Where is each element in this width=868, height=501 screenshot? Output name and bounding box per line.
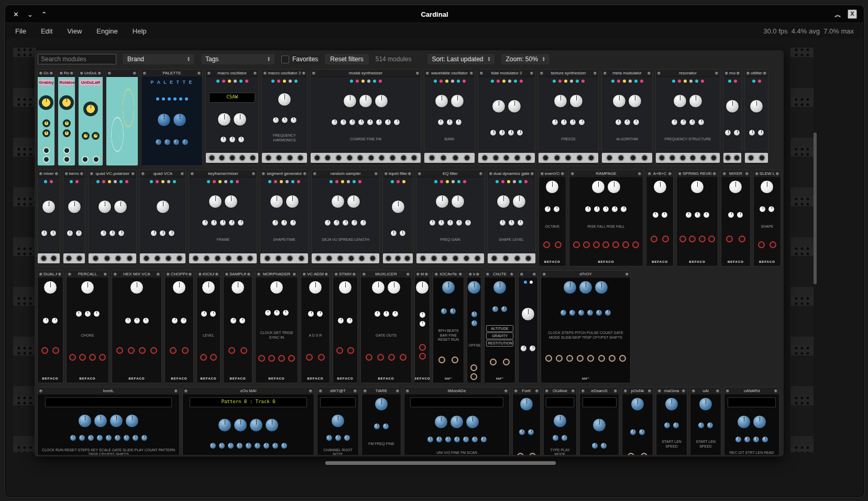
knob[interactable] xyxy=(159,230,166,237)
knob[interactable] xyxy=(98,200,112,214)
minimize-button[interactable]: ⌄ xyxy=(27,11,33,18)
knob[interactable] xyxy=(265,309,271,316)
knob[interactable] xyxy=(760,180,774,194)
jack-port[interactable] xyxy=(490,359,497,365)
knob[interactable] xyxy=(759,206,766,213)
module-tile-segment-generator[interactable]: segment generatorSHAPE/TIME xyxy=(260,170,309,266)
jack-port[interactable] xyxy=(419,344,426,351)
knob[interactable] xyxy=(63,119,71,127)
knob[interactable] xyxy=(465,219,471,226)
knob[interactable] xyxy=(595,281,608,294)
knob[interactable] xyxy=(454,436,460,443)
knob[interactable] xyxy=(373,423,380,430)
knob[interactable] xyxy=(435,94,448,108)
knob[interactable] xyxy=(367,119,373,126)
knob[interactable] xyxy=(290,219,296,226)
knob[interactable] xyxy=(220,136,227,143)
knob[interactable] xyxy=(114,200,127,214)
jack-port[interactable] xyxy=(438,357,445,363)
jack-port[interactable] xyxy=(298,255,305,262)
knob[interactable] xyxy=(123,435,130,441)
knob[interactable] xyxy=(349,119,356,126)
module-tile-quad-vc-polarizer[interactable]: quad VC-polarizer xyxy=(88,170,137,266)
knob[interactable] xyxy=(234,418,247,432)
knob[interactable] xyxy=(333,219,340,226)
jack-port[interactable] xyxy=(89,354,96,361)
knob[interactable] xyxy=(435,195,449,208)
knob[interactable] xyxy=(456,219,463,226)
jack-port[interactable] xyxy=(662,236,669,242)
knob[interactable] xyxy=(451,94,464,108)
jack-port[interactable] xyxy=(739,236,745,242)
knob[interactable] xyxy=(694,211,701,218)
jack-port[interactable] xyxy=(82,156,89,163)
knob[interactable] xyxy=(519,429,525,436)
knob[interactable] xyxy=(652,211,659,218)
jack-port[interactable] xyxy=(276,154,282,161)
knob[interactable] xyxy=(600,442,607,449)
jack-port[interactable] xyxy=(689,154,696,161)
jack-port[interactable] xyxy=(555,241,562,248)
knob[interactable] xyxy=(585,206,591,213)
module-tile-a-b-c[interactable]: A+B+CBEFACO xyxy=(646,170,674,266)
jack-port[interactable] xyxy=(218,154,225,161)
jack-port[interactable] xyxy=(514,255,521,262)
jack-port[interactable] xyxy=(264,255,271,262)
knob[interactable] xyxy=(501,306,508,313)
knob[interactable] xyxy=(42,200,56,214)
module-tile-sampling-modulator[interactable]: SAMPLING MODULATORBEFACO xyxy=(223,270,252,383)
jack-port[interactable] xyxy=(40,255,47,262)
jack-port[interactable] xyxy=(733,154,740,161)
knob[interactable] xyxy=(436,436,443,443)
knob[interactable] xyxy=(182,139,189,146)
module-tile-utilities[interactable]: utilities xyxy=(744,69,768,166)
module-tile-eq-filter[interactable]: EQ filterFREQ GAIN xyxy=(416,170,485,266)
module-tile-oai[interactable]: oAiSTART LEN SPEEDbId°° xyxy=(690,387,721,455)
jack-port[interactable] xyxy=(314,154,321,161)
jack-port[interactable] xyxy=(529,453,536,455)
knob[interactable] xyxy=(528,429,534,436)
jack-port[interactable] xyxy=(710,154,717,161)
module-tile-magma[interactable]: maGmaSTART LEN SPEEDbId°° xyxy=(656,387,687,455)
knob[interactable] xyxy=(228,219,235,226)
menu-edit[interactable]: Edit xyxy=(41,27,52,35)
knob[interactable] xyxy=(78,414,92,428)
search-input[interactable] xyxy=(38,54,116,64)
knob[interactable] xyxy=(419,311,426,318)
jack-port[interactable] xyxy=(378,154,385,161)
jack-port[interactable] xyxy=(748,154,754,161)
jack-port[interactable] xyxy=(336,347,343,354)
jack-port[interactable] xyxy=(247,255,254,262)
knob[interactable] xyxy=(493,281,507,294)
knob[interactable] xyxy=(399,230,406,237)
close-button[interactable]: ✕ xyxy=(13,11,19,18)
jack-port[interactable] xyxy=(632,241,639,248)
knob[interactable] xyxy=(517,129,523,136)
knob[interactable] xyxy=(560,309,567,316)
jack-port[interactable] xyxy=(326,255,333,262)
knob[interactable] xyxy=(552,435,559,441)
knob[interactable] xyxy=(467,281,481,294)
jack-port[interactable] xyxy=(208,154,215,161)
knob[interactable] xyxy=(499,129,506,136)
jack-port[interactable] xyxy=(641,453,647,455)
knob[interactable] xyxy=(43,281,57,294)
jack-port[interactable] xyxy=(770,241,776,248)
jack-port[interactable] xyxy=(92,255,99,262)
jack-port[interactable] xyxy=(628,453,634,455)
knob[interactable] xyxy=(344,435,350,441)
module-tile-chopping-kinky[interactable]: CHOPPING KINKYBEFACO xyxy=(164,270,194,383)
knob[interactable] xyxy=(100,230,107,237)
jack-port[interactable] xyxy=(43,156,50,163)
module-tile-limonade[interactable]: liMonADe UNI V/O FINE FM SCANbId°° xyxy=(404,387,510,455)
jack-port[interactable] xyxy=(249,154,256,161)
knob[interactable] xyxy=(109,230,116,237)
jack-port[interactable] xyxy=(452,357,458,363)
jack-port[interactable] xyxy=(565,154,572,161)
knob[interactable] xyxy=(561,435,568,441)
knob[interactable] xyxy=(173,139,180,146)
knob[interactable] xyxy=(438,219,445,226)
knob[interactable] xyxy=(272,219,279,226)
module-tile-morphader[interactable]: MORPHADERCLOCK DET TRIGE SYNC INBEFACO xyxy=(255,270,298,383)
module-tile-random-sampler[interactable]: random samplerDEJA VU SPREAD LENGTH xyxy=(311,170,380,266)
